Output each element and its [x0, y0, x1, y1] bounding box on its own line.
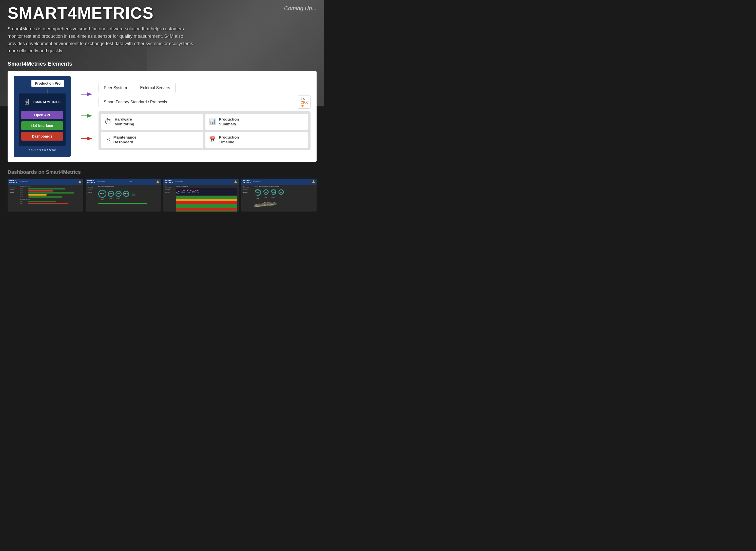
thumb2-sidebar: Summary Timeline Monitor: [87, 186, 97, 209]
thumb4-warning-icon: [312, 180, 315, 183]
production-summary-tile[interactable]: 📊 ProductionSummary: [205, 114, 308, 130]
dashboards-button[interactable]: Dashboards: [21, 132, 63, 141]
brand-title: SMART4METRICS: [8, 5, 316, 21]
protocol-box: Smart Factory Standard / Protocols: [98, 97, 295, 107]
dashboard-thumb-2[interactable]: SMART4METRICS by TestStation Active Summ…: [86, 178, 161, 211]
sm4-logo: SMART4 METRICS: [33, 100, 61, 104]
thumb4-main: OEE 19 Dec 2019 6AM to 20 Dec 2019 6AM 7…: [254, 186, 315, 209]
gauge-performance: 96% Perf.: [123, 191, 129, 199]
svg-text:97%: 97%: [279, 191, 282, 193]
maintenance-dashboard-label: MaintenanceDashboard: [113, 135, 136, 145]
hardware-monitoring-tile[interactable]: ⏱ HardwareMonitoring: [101, 114, 204, 130]
maintenance-dashboard-tile[interactable]: ✂ MaintenanceDashboard: [101, 132, 204, 148]
cfx-text: CFX: [300, 100, 308, 104]
description-text: Smart4Metrics is a comprehensive smart f…: [8, 25, 200, 54]
uph-label: 187%UPH: [132, 193, 135, 196]
external-servers-box: External Servers: [135, 83, 175, 93]
thumb1-nav-timeline: Timeline: [9, 188, 19, 191]
dashboards-section: Dashboards on Smart4Metrics SMART4METRIC…: [8, 169, 316, 211]
top-system-boxes: Peer System External Servers: [98, 83, 310, 93]
donut-availability: 90% Avail.: [263, 189, 269, 199]
hardware-monitoring-icon: ⏱: [105, 117, 112, 126]
production-timeline-tile[interactable]: 📅 ProductionTimeline: [205, 132, 308, 148]
dashboard-tiles: ⏱ HardwareMonitoring 📊 ProductionSummary…: [98, 111, 310, 150]
open-api-button[interactable]: Open API: [21, 111, 63, 119]
thumb3-sidebar: Summary Timeline Monitor: [165, 186, 175, 209]
donut-quality: 88% Quality: [270, 189, 277, 199]
coming-up-label: Coming Up...: [284, 5, 316, 12]
heatmap-visual: [176, 196, 237, 212]
thumb4-sidebar: Summary Timeline Monitor: [243, 186, 253, 209]
thumb1-main: Maintenance Data Line A Line B Line C Li…: [20, 186, 82, 209]
thumb4-header: SMART4METRICS by TestStation: [241, 178, 317, 184]
thumb1-warning-icon: [78, 180, 82, 183]
i40-interface-button[interactable]: i4.0 Interface: [21, 121, 63, 130]
dashboard-thumb-4[interactable]: SMART4METRICS by TestStation Summary Tim…: [241, 178, 317, 211]
thumb4-nav-monitor: Monitor: [243, 191, 253, 194]
gauge-quality: 84% Quality: [115, 191, 122, 199]
thumb2-nav-summary: Summary: [87, 186, 97, 188]
dashboard-thumbnails: SMART4METRICS by TestStation Summary Tim…: [8, 178, 316, 211]
thumb1-sidebar: Summary Timeline Monitor: [9, 186, 19, 209]
thumb1-nav-monitor: Monitor: [9, 191, 19, 194]
thumb2-warning-icon: [156, 180, 159, 183]
peer-system-box: Peer System: [98, 83, 132, 93]
diagram-card: Production Pro 🗄 SMART4 METRICS Open API…: [8, 71, 316, 162]
thumb2-body: Summary Timeline Monitor Key Performance…: [86, 185, 161, 210]
thumb2-gauges: 60% OEE 75% Avail. 84% Quality: [98, 188, 159, 202]
thumb1-nav-summary: Summary: [9, 186, 19, 188]
thumb2-logo: SMART4METRICS: [87, 180, 95, 183]
thumb1-logo: SMART4METRICS: [9, 180, 17, 183]
maintenance-dashboard-icon: ✂: [105, 135, 110, 144]
vertical-connector: [47, 89, 48, 93]
dashboard-thumb-3[interactable]: SMART4METRICS by TestStation Summary Tim…: [163, 178, 239, 211]
ipc-cfx-logo: IPC CFX ◁▷: [298, 95, 310, 109]
thumb3-header: SMART4METRICS by TestStation: [163, 178, 239, 184]
thumb4-body: Summary Timeline Monitor OEE 19 Dec 2019…: [241, 185, 317, 210]
thumb2-nav-timeline: Timeline: [87, 188, 97, 191]
thumb2-nav-monitor: Monitor: [87, 191, 97, 194]
gauge-availability: 75% Avail.: [108, 191, 114, 199]
progress-bar: [98, 203, 147, 204]
donut-performance: 97% Perf.: [278, 189, 284, 199]
thumb3-warning-icon: [234, 180, 237, 183]
production-summary-icon: 📊: [209, 118, 216, 125]
dashboard-thumb-1[interactable]: SMART4METRICS by TestStation Summary Tim…: [8, 178, 83, 211]
thumb3-body: Summary Timeline Monitor System Performa…: [163, 185, 239, 210]
line-chart-area: [176, 188, 237, 195]
donut-oee: 77% OEE: [254, 189, 262, 199]
thumb3-main: System Performance: [176, 186, 237, 209]
hardware-monitoring-label: HardwareMonitoring: [115, 117, 134, 127]
thumb4-logo: SMART4METRICS: [243, 180, 251, 183]
thumb4-nav-summary: Summary: [243, 186, 253, 188]
thumb1-body: Summary Timeline Monitor Maintenance Dat…: [8, 185, 83, 210]
thumb3-nav-timeline: Timeline: [165, 188, 175, 191]
protocol-row: Smart Factory Standard / Protocols IPC C…: [98, 95, 310, 109]
left-module-box: Production Pro 🗄 SMART4 METRICS Open API…: [14, 76, 71, 157]
thumb4-nav-timeline: Timeline: [243, 188, 253, 191]
area-chart: [254, 200, 315, 207]
gauge-oee: 60% OEE: [98, 190, 106, 200]
sm4-header: 🗄 SMART4 METRICS: [21, 96, 63, 108]
production-pro-badge: Production Pro: [31, 80, 64, 87]
donut-row: 77% OEE 90% Avai: [254, 188, 315, 200]
ipc-text: IPC: [300, 97, 308, 100]
thumb3-nav-summary: Summary: [165, 186, 175, 188]
thumb3-nav-monitor: Monitor: [165, 191, 175, 194]
production-timeline-label: ProductionTimeline: [219, 135, 239, 145]
svg-text:90%: 90%: [264, 191, 267, 193]
thumb2-header: SMART4METRICS by TestStation Active: [86, 178, 161, 184]
production-summary-label: ProductionSummary: [219, 117, 239, 127]
dashboards-heading: Dashboards on Smart4Metrics: [8, 169, 316, 175]
database-icon: 🗄: [24, 98, 30, 106]
elements-heading: Smart4Metrics Elements: [8, 61, 316, 67]
thumb3-logo: SMART4METRICS: [165, 180, 173, 183]
teststation-label: TESTSTATION: [19, 148, 66, 152]
svg-text:88%: 88%: [272, 191, 275, 193]
production-timeline-icon: 📅: [209, 136, 216, 143]
thumb1-header: SMART4METRICS by TestStation: [8, 178, 83, 184]
thumb2-main: Key Performance Indicators 60% OEE 75% A…: [98, 186, 159, 209]
svg-text:77%: 77%: [256, 192, 259, 193]
